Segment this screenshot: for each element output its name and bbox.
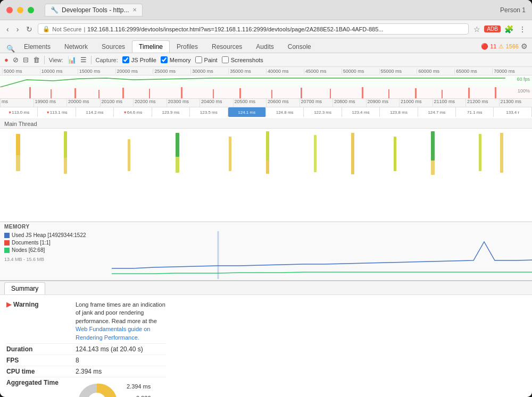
svg-rect-30: [394, 137, 396, 171]
maximize-button[interactable]: [28, 7, 34, 13]
frames-row[interactable]: ▼113.0 ms ▼113.1 ms 114.2 ms ▼64.6 ms 12…: [0, 107, 532, 119]
warning-key: ▶ Warning: [6, 301, 76, 308]
frame-item[interactable]: 133.4 r: [494, 107, 531, 117]
cpu-time-key: CPU time: [6, 368, 76, 375]
forward-button[interactable]: ›: [14, 24, 21, 35]
search-tab-icon[interactable]: 🔍: [4, 45, 17, 53]
cpu-label: 100%: [518, 88, 530, 94]
warn-count: ⚠ 1566: [498, 43, 519, 50]
timeline-ruler: 5000 ms 10000 ms 15000 ms 20000 ms 25000…: [0, 67, 532, 75]
close-button[interactable]: [6, 7, 13, 13]
adb-icon[interactable]: ADB: [484, 26, 501, 32]
frame-item[interactable]: ▼64.6 ms: [114, 107, 152, 117]
svg-rect-11: [330, 89, 331, 99]
svg-rect-1: [51, 89, 52, 99]
svg-rect-0: [29, 87, 31, 99]
aggregated-key: Aggregated Time: [6, 379, 76, 386]
legend-documents: Documents [1:1]: [4, 240, 107, 246]
svg-rect-13: [388, 89, 389, 99]
js-profile-checkbox[interactable]: JS Profile: [122, 56, 156, 63]
filter-button[interactable]: ⊟: [23, 56, 29, 64]
view-bar-icon[interactable]: 📊: [68, 56, 76, 64]
svg-rect-19: [16, 134, 20, 155]
flame-chart[interactable]: [0, 129, 532, 222]
timeline-toolbar: ● ⊘ ⊟ 🗑 View: 📊 ☰ Capture: JS Profile Me…: [0, 53, 532, 67]
legend-color-nodes: [4, 248, 10, 253]
legend-color-docs: [4, 240, 10, 246]
clear-button[interactable]: ⊘: [13, 56, 19, 64]
memory-label: MEMORY: [0, 222, 532, 231]
svg-rect-8: [239, 88, 241, 99]
frame-item[interactable]: 124.7 ms: [418, 107, 456, 117]
back-button[interactable]: ‹: [4, 24, 11, 35]
svg-rect-32: [431, 131, 435, 161]
delete-button[interactable]: 🗑: [33, 56, 40, 64]
duration-value: 124.143 ms (at 20.40 s): [76, 345, 166, 353]
thread-label: Main Thread: [0, 119, 532, 129]
frame-item[interactable]: 124.8 ms: [266, 107, 304, 117]
menu-icon[interactable]: ⋮: [517, 24, 528, 35]
tab-network[interactable]: Network: [57, 40, 95, 53]
frame-item[interactable]: 123.5 ms: [190, 107, 228, 117]
svg-rect-4: [122, 88, 124, 99]
svg-rect-29: [351, 133, 354, 174]
svg-rect-25: [229, 137, 231, 171]
minimize-button[interactable]: [17, 7, 23, 13]
timeline-overview[interactable]: 5000 ms 10000 ms 15000 ms 20000 ms 25000…: [0, 67, 532, 99]
tab-close-button[interactable]: ✕: [132, 7, 137, 13]
extension-icon[interactable]: 🧩: [503, 24, 515, 35]
tab-resources[interactable]: Resources: [205, 40, 249, 53]
frame-item[interactable]: 71.1 ms: [456, 107, 494, 117]
duration-row: Duration 124.143 ms (at 20.40 s): [6, 344, 166, 355]
tab-profiles[interactable]: Profiles: [170, 40, 205, 53]
devtools-tab-bar: 🔍 Elements Network Sources Timeline Prof…: [0, 38, 532, 53]
tab-audits[interactable]: Audits: [249, 40, 280, 53]
memory-legend: Used JS Heap [14929344:1522 Documents [1…: [0, 231, 112, 279]
frame-item[interactable]: ▼113.1 ms: [38, 107, 76, 117]
tab-timeline[interactable]: Timeline: [132, 40, 170, 53]
pie-chart: [76, 381, 118, 397]
refresh-button[interactable]: ↻: [24, 24, 35, 35]
view-list-icon[interactable]: ☰: [80, 56, 87, 64]
settings-icon[interactable]: ⚙: [521, 42, 528, 50]
tab-elements[interactable]: Elements: [17, 40, 57, 53]
cpu-time-value: 2.394 ms: [76, 368, 166, 375]
star-icon[interactable]: ☆: [472, 24, 482, 35]
frame-item[interactable]: ▼113.0 ms: [0, 107, 38, 117]
titlebar: 🔧 Developer Tools - http... ✕ Person 1: [0, 0, 532, 20]
frame-item[interactable]: 122.3 ms: [304, 107, 342, 117]
screenshots-checkbox[interactable]: Screenshots: [222, 56, 263, 63]
secure-label: Not Secure: [52, 26, 81, 32]
warning-row: ▶ Warning Long frame times are an indica…: [6, 299, 166, 344]
tab-console[interactable]: Console: [281, 40, 318, 53]
tab-summary[interactable]: Summary: [4, 282, 45, 294]
svg-rect-6: [181, 87, 182, 99]
fps-row: FPS 8: [6, 355, 166, 366]
cpu-chart: 100%: [0, 87, 532, 99]
url-bar[interactable]: 🔒 Not Secure | 192.168.1.116:2999/devtoo…: [38, 23, 469, 35]
aggregated-row: Aggregated Time: [6, 377, 166, 397]
warning-link[interactable]: Web Fundamentals guide on Rendering Perf…: [76, 326, 150, 340]
frame-item[interactable]: 123.8 ms: [380, 107, 418, 117]
record-button[interactable]: ●: [4, 56, 9, 64]
url-text: 192.168.1.116:2999/devtools/inspector.ht…: [87, 26, 464, 32]
browser-tab[interactable]: 🔧 Developer Tools - http... ✕: [45, 4, 143, 16]
zoom-ruler: ms 19900 ms 20000 ms 20100 ms 20200 ms 2…: [0, 99, 532, 107]
aggregated-value: 2.394 ms 0.936 ms Scripting 0.059 ms Ren…: [76, 379, 166, 397]
memory-checkbox[interactable]: Memory: [161, 56, 191, 63]
fps-chart: 60 fps: [0, 75, 532, 87]
warning-value: Long frame times are an indication of ja…: [76, 301, 166, 342]
frame-item-selected[interactable]: 124.1 ms: [228, 107, 266, 117]
warning-triangle-icon: ▶: [6, 301, 11, 308]
capture-label: Capture:: [96, 57, 118, 63]
security-icon: 🔒: [43, 26, 50, 32]
frame-item[interactable]: 123.9 ms: [152, 107, 190, 117]
frame-item[interactable]: 123.4 ms: [342, 107, 380, 117]
svg-rect-34: [500, 133, 503, 173]
summary-table: ▶ Warning Long frame times are an indica…: [6, 299, 166, 393]
frame-item[interactable]: 114.2 ms: [76, 107, 114, 117]
paint-checkbox[interactable]: Paint: [195, 56, 218, 63]
svg-rect-15: [442, 90, 443, 99]
svg-rect-28: [314, 135, 317, 172]
tab-sources[interactable]: Sources: [95, 40, 132, 53]
